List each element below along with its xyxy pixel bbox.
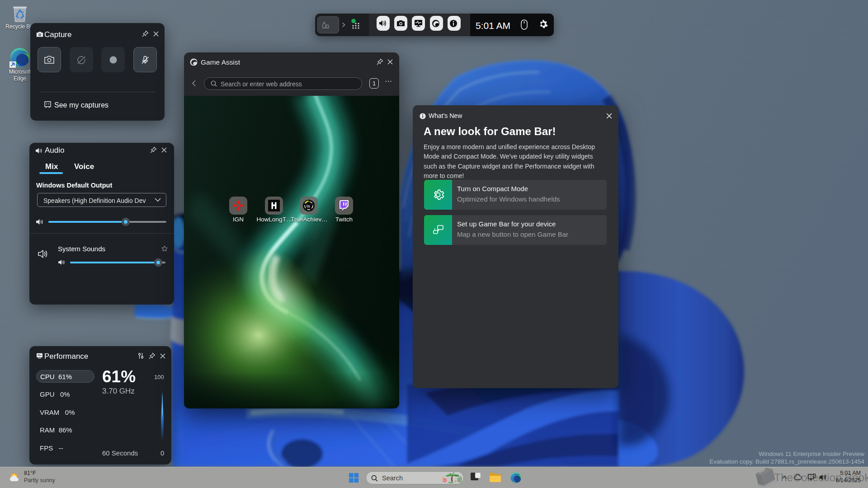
svg-text:ta: ta [307,204,310,208]
